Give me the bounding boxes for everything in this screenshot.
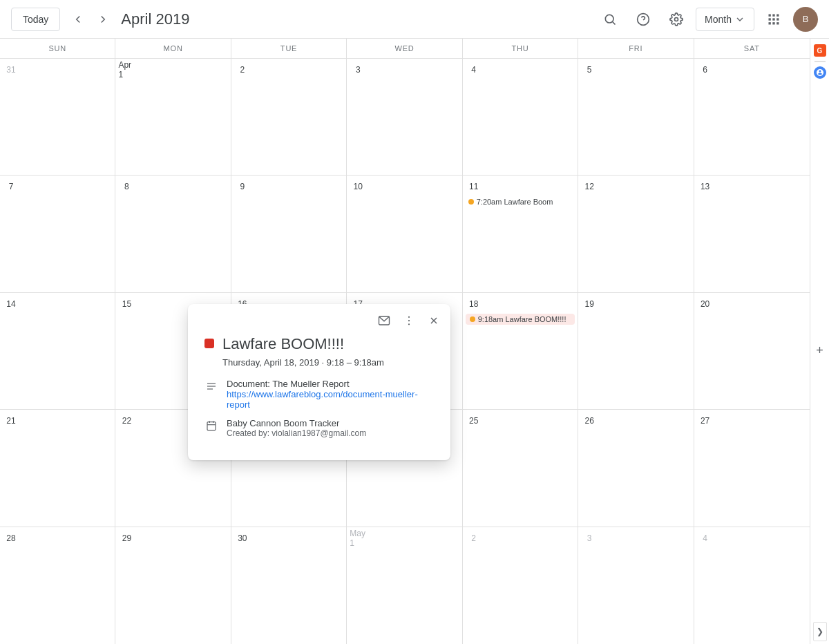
day-number[interactable]: 20 [697, 296, 714, 312]
day-cell-21[interactable]: 21 [0, 410, 115, 526]
day-number[interactable]: 4 [697, 530, 714, 547]
day-cell-29[interactable]: 29 [115, 527, 231, 644]
day-number[interactable]: May 1 [350, 530, 366, 547]
day-cell-30[interactable]: 30 [231, 527, 347, 644]
day-number[interactable]: 7 [3, 178, 19, 195]
today-button[interactable]: Today [11, 8, 60, 31]
day-cell-may4[interactable]: 4 [694, 527, 810, 644]
day-number[interactable]: 3 [581, 530, 598, 547]
sidebar-mini-blue[interactable] [814, 66, 826, 79]
day-cell-2a[interactable]: 2 [231, 59, 347, 175]
day-cell-10[interactable]: 10 [347, 176, 462, 292]
day-number[interactable]: 3 [350, 61, 366, 78]
sidebar-mini-orange[interactable]: G [814, 44, 826, 57]
day-cell-12[interactable]: 12 [578, 176, 694, 292]
day-cell-11[interactable]: 11 7:20am Lawfare Boom [463, 176, 578, 292]
day-cell-14[interactable]: 14 [0, 293, 115, 409]
day-number[interactable]: 12 [581, 178, 598, 195]
day-cell-27[interactable]: 27 [694, 410, 810, 526]
apps-button[interactable] [760, 6, 788, 33]
day-header-fri: FRI [578, 39, 694, 58]
settings-button[interactable] [663, 6, 690, 33]
svg-line-1 [613, 21, 616, 24]
day-header-wed: WED [347, 39, 462, 58]
day-cell-may3[interactable]: 3 [578, 527, 694, 644]
day-number[interactable]: 4 [466, 61, 482, 78]
day-number[interactable]: 5 [581, 61, 598, 78]
sidebar-add-btn[interactable]: + [813, 343, 827, 357]
day-number[interactable]: 2 [234, 61, 251, 78]
day-cell-9[interactable]: 9 [231, 176, 347, 292]
day-number[interactable]: 2 [466, 530, 482, 547]
search-button[interactable] [596, 6, 624, 33]
day-number[interactable]: 27 [697, 413, 714, 429]
day-cell-apr1[interactable]: Apr 1 [115, 59, 231, 175]
popup-color-dot [204, 339, 214, 348]
popup-calendar-creator: Created by: violalian1987@gmail.com [227, 428, 366, 438]
day-number[interactable]: Apr 1 [118, 61, 135, 78]
event-label: 7:20am Lawfare Boom [477, 198, 553, 206]
sidebar-divider [814, 61, 826, 62]
day-cell-13[interactable]: 13 [694, 176, 810, 292]
day-cell-25[interactable]: 25 [463, 410, 578, 526]
day-cell-8[interactable]: 8 [115, 176, 231, 292]
day-cell-28[interactable]: 28 [0, 527, 115, 644]
view-selector[interactable]: Month [696, 8, 754, 31]
day-cell-3a[interactable]: 3 [347, 59, 462, 175]
prev-button[interactable] [66, 7, 90, 32]
app-header: Today April 2019 Month B [0, 0, 829, 39]
right-sidebar: G + ❯ [810, 39, 829, 644]
popup-event-date: Thursday, April 18, 2019 · 9:18 – 9:18am [222, 357, 434, 368]
svg-rect-5 [769, 14, 771, 16]
day-cell-may2[interactable]: 2 [463, 527, 578, 644]
svg-rect-12 [772, 22, 774, 24]
day-cell-20[interactable]: 20 [694, 293, 810, 409]
day-number[interactable]: 15 [118, 296, 135, 312]
day-number[interactable]: 21 [3, 413, 19, 429]
day-cell-6a[interactable]: 6 [694, 59, 810, 175]
week-row: 28 29 30 May 1 2 3 4 [0, 527, 810, 644]
day-number[interactable]: 19 [581, 296, 598, 312]
day-header-sun: SUN [0, 39, 115, 58]
day-cell-18[interactable]: 18 9:18am Lawfare BOOM!!!! [463, 293, 578, 409]
day-number[interactable]: 11 [466, 178, 482, 195]
day-number[interactable]: 18 [466, 296, 482, 312]
day-cell-5a[interactable]: 5 [578, 59, 694, 175]
popup-close-button[interactable] [423, 310, 445, 332]
event-popup: Lawfare BOOM!!!! Thursday, April 18, 201… [188, 304, 450, 460]
day-number[interactable]: 14 [3, 296, 19, 312]
avatar[interactable]: B [793, 7, 818, 32]
day-number[interactable]: 30 [234, 530, 251, 547]
help-button[interactable] [629, 6, 657, 33]
day-header-mon: MON [115, 39, 231, 58]
day-headers: SUN MON TUE WED THU FRI SAT [0, 39, 810, 59]
day-number[interactable]: 28 [3, 530, 19, 547]
day-cell-7[interactable]: 7 [0, 176, 115, 292]
popup-more-button[interactable] [398, 310, 420, 332]
svg-point-15 [408, 316, 410, 318]
day-cell-31[interactable]: 31 [0, 59, 115, 175]
day-cell-4a[interactable]: 4 [463, 59, 578, 175]
day-cell-26[interactable]: 26 [578, 410, 694, 526]
sidebar-chevron[interactable]: ❯ [813, 622, 827, 641]
day-number[interactable]: 13 [697, 178, 714, 195]
day-number[interactable]: 8 [118, 178, 135, 195]
day-cell-may1[interactable]: May 1 [347, 527, 462, 644]
day-number[interactable]: 10 [350, 178, 366, 195]
day-number[interactable]: 9 [234, 178, 251, 195]
day-number[interactable]: 22 [118, 413, 135, 429]
day-number[interactable]: 6 [697, 61, 714, 78]
day-number[interactable]: 29 [118, 530, 135, 547]
day-number[interactable]: 31 [3, 61, 19, 78]
event-chip[interactable]: 7:20am Lawfare Boom [466, 196, 575, 207]
popup-link[interactable]: https://www.lawfareblog.com/document-mue… [227, 389, 418, 410]
event-chip-boom[interactable]: 9:18am Lawfare BOOM!!!! [466, 314, 575, 325]
week-row: 7 8 9 10 11 7:20am Lawfare Boom [0, 176, 810, 292]
day-header-sat: SAT [694, 39, 810, 58]
day-number[interactable]: 25 [466, 413, 482, 429]
day-cell-19[interactable]: 19 [578, 293, 694, 409]
day-number[interactable]: 26 [581, 413, 598, 429]
svg-rect-8 [769, 18, 771, 20]
popup-email-button[interactable] [373, 310, 395, 332]
next-button[interactable] [90, 7, 115, 32]
